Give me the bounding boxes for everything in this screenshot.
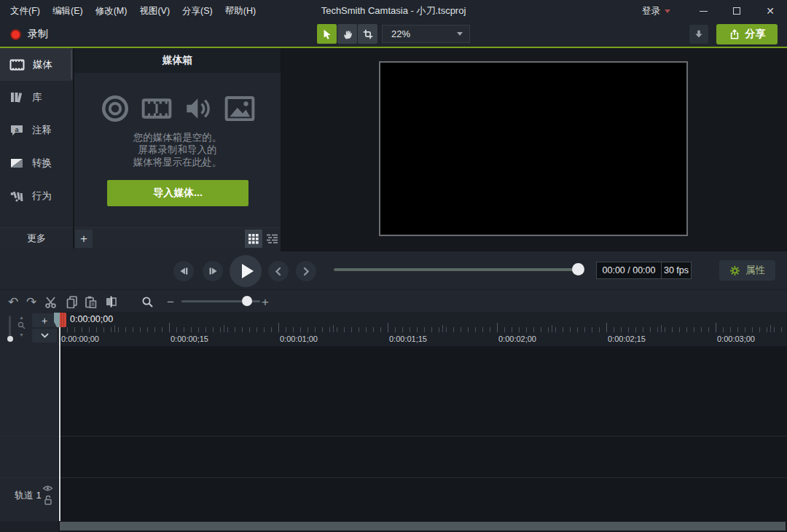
sidebar-item-behaviors[interactable]: 行为 xyxy=(0,179,73,212)
list-view-icon xyxy=(267,234,278,243)
ruler-label: 0:00:00;00 xyxy=(61,335,99,343)
scrollbar-thumb[interactable] xyxy=(60,522,786,531)
signin-button[interactable]: 登录 xyxy=(642,0,670,22)
ruler-label: 0:00:00;15 xyxy=(171,335,208,343)
jump-back-button[interactable] xyxy=(268,261,289,281)
cut-button[interactable] xyxy=(44,294,58,309)
chevron-down-icon xyxy=(457,32,463,36)
copy-button[interactable] xyxy=(64,294,79,309)
split-button[interactable] xyxy=(103,294,118,309)
timeline-toolbar: ↶ ↷ − + xyxy=(0,289,787,312)
canvas-zoom-dropdown[interactable]: 22% xyxy=(382,25,470,43)
share-icon xyxy=(729,28,740,40)
ruler-label: 0:00:01;15 xyxy=(389,335,427,343)
grid-view-icon xyxy=(248,234,259,244)
audio-speaker-icon xyxy=(183,93,214,124)
unlock-icon xyxy=(44,495,52,505)
maximize-icon xyxy=(733,7,740,15)
menu-share[interactable]: 分享(S) xyxy=(182,5,213,17)
add-media-button[interactable]: + xyxy=(75,230,93,248)
record-button[interactable]: 录制 xyxy=(6,24,52,44)
share-button[interactable]: 分享 xyxy=(716,24,778,44)
timeline-zoom-in-button[interactable]: + xyxy=(258,294,273,309)
jump-forward-button[interactable] xyxy=(296,261,316,281)
crop-tool-button[interactable] xyxy=(358,24,377,44)
timeline-zoom-slider-knob[interactable] xyxy=(242,296,252,306)
sidebar-item-label: 媒体 xyxy=(33,58,52,71)
collapse-tracks-button[interactable] xyxy=(32,329,57,343)
speech-bubble-icon: a xyxy=(9,124,24,136)
redo-icon: ↷ xyxy=(26,296,36,308)
ruler-label: 0:00:02;15 xyxy=(608,335,646,343)
play-button[interactable] xyxy=(230,255,262,287)
magnifier-icon xyxy=(141,296,154,308)
menu-edit[interactable]: 编辑(E) xyxy=(52,5,83,17)
record-label: 录制 xyxy=(28,28,48,41)
media-bin-empty-icons xyxy=(74,93,281,124)
export-button[interactable] xyxy=(689,25,708,44)
ruler-label: 0:00:03;00 xyxy=(717,335,755,343)
media-bin-header: 媒体箱 xyxy=(74,48,281,73)
minimize-icon xyxy=(700,11,708,12)
minimize-button[interactable] xyxy=(686,0,720,22)
timeline-zoom-button[interactable] xyxy=(140,294,154,309)
paste-button[interactable] xyxy=(83,294,98,309)
library-icon xyxy=(9,91,24,103)
menu-modify[interactable]: 修改(M) xyxy=(95,5,128,17)
preview-canvas[interactable] xyxy=(379,61,688,236)
menu-view[interactable]: 视图(V) xyxy=(139,5,170,17)
add-track-button[interactable]: + xyxy=(32,313,57,327)
sidebar-item-annotations[interactable]: a 注释 xyxy=(0,114,73,146)
hand-icon xyxy=(342,28,353,40)
import-media-button[interactable]: 导入媒体... xyxy=(107,180,248,206)
seek-slider-knob[interactable] xyxy=(572,263,584,275)
canvas-tools xyxy=(317,24,377,44)
playhead-line[interactable] xyxy=(59,327,60,521)
camtasia-window: TechSmith Camtasia - 小刀.tscproj 文件(F) 编辑… xyxy=(0,0,787,532)
next-frame-button[interactable] xyxy=(203,261,223,281)
sidebar-item-media[interactable]: 媒体 xyxy=(0,48,73,81)
more-label: 更多 xyxy=(27,232,46,245)
track-lock-toggle[interactable] xyxy=(44,495,52,505)
sidebar-more-button[interactable]: 更多 xyxy=(0,227,73,249)
timeline-ruler[interactable]: 0:00:00;00 0:00:00;15 0:00:01;00 0:00:01… xyxy=(0,312,787,346)
zoom-down-arrow-icon[interactable]: ▼ xyxy=(19,332,24,337)
maximize-button[interactable] xyxy=(720,0,753,22)
menu-help[interactable]: 帮助(H) xyxy=(225,5,256,17)
list-view-button[interactable] xyxy=(263,230,281,248)
media-bin-empty-text: 您的媒体箱是空的。 屏幕录制和导入的 媒体将显示在此处。 xyxy=(74,131,281,168)
track-visibility-toggle[interactable] xyxy=(42,485,53,492)
close-button[interactable]: ✕ xyxy=(753,0,787,22)
next-frame-icon xyxy=(208,267,218,275)
zoom-up-arrow-icon[interactable]: ▲ xyxy=(19,315,24,320)
playhead-selection-end-handle[interactable] xyxy=(60,313,66,327)
previous-frame-button[interactable] xyxy=(173,261,194,281)
properties-button[interactable]: 属性 xyxy=(719,260,775,281)
track-height-slider-knob[interactable] xyxy=(7,336,13,342)
redo-button[interactable]: ↷ xyxy=(24,294,39,309)
timeline-zoom-out-button[interactable]: − xyxy=(163,294,178,309)
close-icon: ✕ xyxy=(766,6,775,16)
pan-tool-button[interactable] xyxy=(337,24,357,44)
undo-button[interactable]: ↶ xyxy=(6,294,20,309)
film-icon xyxy=(9,59,25,71)
minus-icon: − xyxy=(167,296,174,308)
paste-icon xyxy=(84,295,97,308)
sidebar-item-transitions[interactable]: 转换 xyxy=(0,146,73,179)
seek-slider-track[interactable] xyxy=(334,268,584,271)
canvas-zoom-value: 22% xyxy=(383,28,457,39)
image-icon xyxy=(224,93,255,124)
sidebar-item-library[interactable]: 库 xyxy=(0,81,73,114)
menu-file[interactable]: 文件(F) xyxy=(10,5,40,17)
chevron-down-icon xyxy=(665,9,670,13)
grid-view-button[interactable] xyxy=(245,230,262,248)
timeline-tracks[interactable]: 轨道 1 xyxy=(0,346,787,521)
eye-icon xyxy=(42,485,53,492)
track-divider xyxy=(0,477,787,478)
chevron-right-icon xyxy=(302,267,310,276)
scrollbar-corner xyxy=(0,521,58,532)
chevron-down-icon xyxy=(41,333,49,338)
select-tool-button[interactable] xyxy=(317,24,337,44)
empty-line-1: 您的媒体箱是空的。 xyxy=(74,131,281,144)
horizontal-scrollbar[interactable] xyxy=(0,521,787,532)
